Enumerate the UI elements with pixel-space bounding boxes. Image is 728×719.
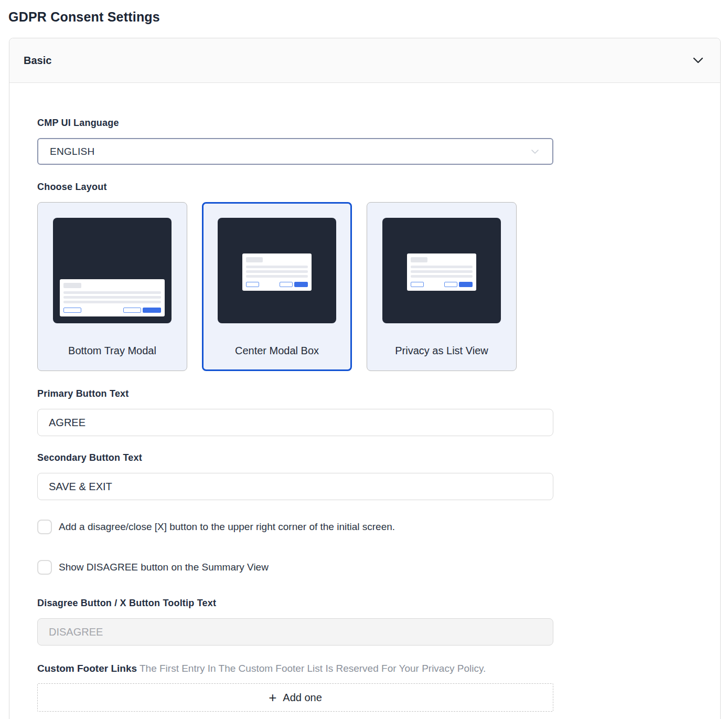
panel-body: CMP UI Language ENGLISH Choose Layout — [9, 83, 720, 712]
mini-modal-illustration — [407, 253, 476, 291]
language-select[interactable]: ENGLISH — [37, 138, 553, 165]
disagree-close-button-checkbox-row[interactable]: Add a disagree/close [X] button to the u… — [37, 520, 553, 534]
layout-option-center-modal-box[interactable]: Center Modal Box — [202, 202, 352, 371]
secondary-button-text-label: Secondary Button Text — [37, 452, 142, 463]
layout-options: Bottom Tray Modal — [37, 202, 553, 371]
layout-option-label: Privacy as List View — [395, 345, 488, 357]
panel-header-basic[interactable]: Basic — [9, 38, 720, 83]
primary-button-text-label: Primary Button Text — [37, 388, 129, 399]
choose-layout-label: Choose Layout — [37, 182, 553, 193]
center-modal-box-thumbnail — [218, 218, 336, 323]
checkbox-label: Show DISAGREE button on the Summary View — [59, 562, 269, 573]
layout-option-privacy-as-list-view[interactable]: Privacy as List View — [367, 202, 517, 371]
language-label: CMP UI Language — [37, 118, 119, 128]
disagree-tooltip-input — [37, 618, 553, 646]
privacy-list-view-thumbnail — [382, 218, 501, 323]
secondary-button-text-input[interactable] — [37, 473, 553, 500]
panel-header-title: Basic — [24, 55, 51, 67]
mini-modal-illustration — [242, 253, 312, 291]
custom-footer-links-hint: The First Entry In The Custom Footer Lis… — [140, 663, 486, 674]
show-disagree-button-checkbox-row[interactable]: Show DISAGREE button on the Summary View — [37, 560, 553, 575]
checkbox-unchecked[interactable] — [37, 520, 52, 534]
add-footer-link-button[interactable]: + Add one — [37, 683, 553, 712]
basic-settings-panel: Basic CMP UI Language ENGLISH Choose Lay… — [9, 38, 721, 719]
bottom-tray-modal-thumbnail — [53, 218, 172, 323]
disagree-tooltip-label: Disagree Button / X Button Tooltip Text — [37, 598, 216, 608]
checkbox-label: Add a disagree/close [X] button to the u… — [59, 521, 395, 533]
custom-footer-links-line: Custom Footer Links The First Entry In T… — [37, 663, 553, 674]
language-select-value: ENGLISH — [50, 146, 95, 157]
mini-modal-illustration — [60, 279, 165, 316]
layout-option-bottom-tray-modal[interactable]: Bottom Tray Modal — [37, 202, 187, 371]
custom-footer-links-label: Custom Footer Links — [37, 663, 137, 674]
layout-option-label: Bottom Tray Modal — [68, 345, 156, 357]
plus-icon: + — [269, 691, 276, 704]
add-one-label: Add one — [283, 692, 322, 704]
primary-button-text-input[interactable] — [37, 409, 553, 436]
chevron-down-icon[interactable] — [690, 52, 706, 68]
page-title: GDPR Consent Settings — [8, 9, 728, 25]
checkbox-unchecked[interactable] — [37, 560, 52, 575]
layout-option-label: Center Modal Box — [235, 345, 319, 357]
select-chevron-icon — [529, 146, 541, 157]
